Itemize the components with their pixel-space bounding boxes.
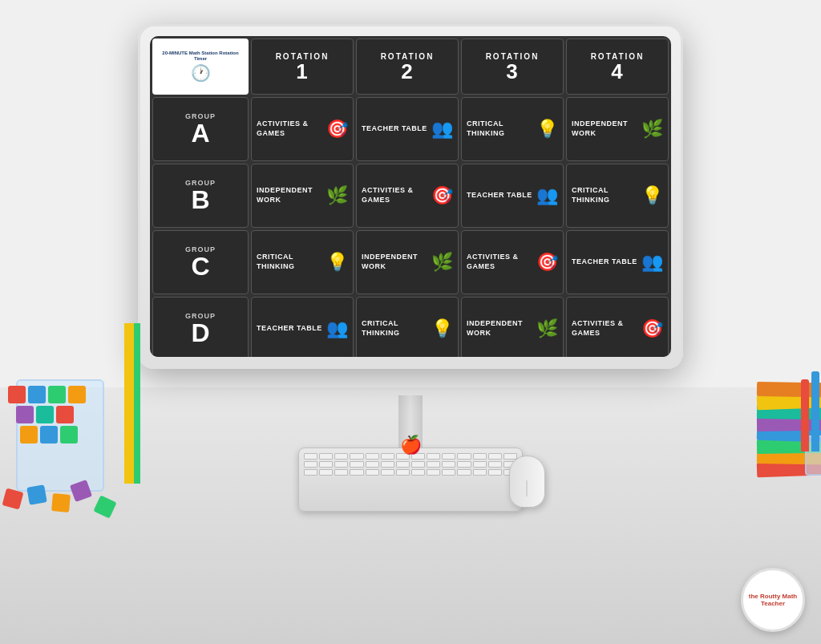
group-a-rotation-2: TEACHER TABLE 👥 [356, 97, 459, 161]
blocks-area [0, 315, 136, 492]
timer-clock: 🕐 [191, 63, 211, 83]
group-b-rotation-1: INDEPENDENT WORK 🌿 [251, 164, 354, 228]
rotation-header-4: ROTATION 4 [566, 38, 669, 95]
rotation-number-1: 1 [296, 61, 308, 82]
apple-logo-icon: 🍎 [400, 435, 422, 456]
group-d-rotation-4: ACTIVITIES & GAMES 🎯 [566, 297, 669, 357]
group-d-label: GROUP D [152, 297, 249, 357]
screen-content: 20-MINUTE Math Station Rotation Timer 🕐 … [150, 36, 671, 357]
group-b-rotation-4: CRITICAL THINKING 💡 [566, 164, 669, 228]
rotation-number-2: 2 [401, 61, 413, 82]
rotation-header-3: ROTATION 3 [461, 38, 564, 95]
mouse[interactable] [509, 456, 545, 508]
rotation-header-1: ROTATION 1 [251, 38, 354, 95]
group-b-rotation-2: ACTIVITIES & GAMES 🎯 [356, 164, 459, 228]
keyboard[interactable] [298, 448, 523, 512]
group-c-rotation-2: INDEPENDENT WORK 🌿 [356, 230, 459, 294]
group-c-rotation-1: CRITICAL THINKING 💡 [251, 230, 354, 294]
group-d-rotation-2: CRITICAL THINKING 💡 [356, 297, 459, 357]
group-a-rotation-4: INDEPENDENT WORK 🌿 [566, 97, 669, 161]
group-c-rotation-3: ACTIVITIES & GAMES 🎯 [461, 230, 564, 294]
group-a-rotation-1: ACTIVITIES & GAMES 🎯 [251, 97, 354, 161]
group-a-label: GROUP A [152, 97, 249, 161]
group-d-rotation-3: INDEPENDENT WORK 🌿 [461, 297, 564, 357]
monitor: 20-MINUTE Math Station Rotation Timer 🕐 … [138, 24, 683, 369]
group-a-rotation-3: CRITICAL THINKING 💡 [461, 97, 564, 161]
brand-name: the Routty Math Teacher [743, 589, 803, 611]
group-c-label: GROUP C [152, 230, 249, 294]
rotation-header-2: ROTATION 2 [356, 38, 459, 95]
rotation-number-4: 4 [611, 61, 623, 82]
brand-logo: the Routty Math Teacher [741, 568, 805, 632]
group-b-label: GROUP B [152, 164, 249, 228]
group-c-rotation-4: TEACHER TABLE 👥 [566, 230, 669, 294]
rotation-number-3: 3 [506, 61, 518, 82]
group-d-rotation-1: TEACHER TABLE 👥 [251, 297, 354, 357]
group-b-rotation-3: TEACHER TABLE 👥 [461, 164, 564, 228]
timer-card: 20-MINUTE Math Station Rotation Timer 🕐 [152, 38, 249, 95]
monitor-screen: 20-MINUTE Math Station Rotation Timer 🕐 … [150, 36, 671, 357]
timer-title: 20-MINUTE Math Station Rotation Timer [156, 51, 245, 62]
